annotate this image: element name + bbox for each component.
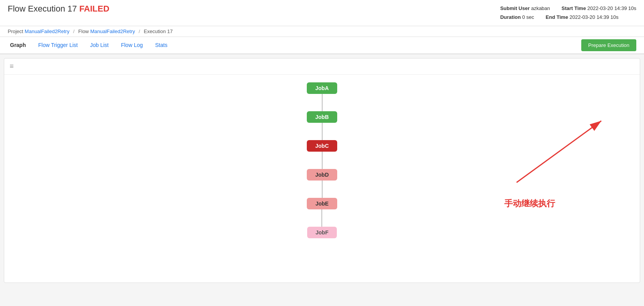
breadcrumb-flow-link[interactable]: ManualFailed2Retry [90,28,135,34]
job-node-jobb[interactable]: JobB [307,111,337,123]
end-time-label: End Time [546,14,568,20]
job-node-container-joba: JobA [307,82,337,111]
header-title-section: Flow Execution 17 FAILED [8,4,109,14]
header-info-row-1: Submit User azkaban Start Time 2022-03-2… [500,4,636,13]
job-node-container-jobf: JobF [307,227,337,238]
graph-toolbar: ≡ [4,59,640,75]
connector-jobd [322,181,323,198]
job-node-jobe[interactable]: JobE [307,198,337,209]
submit-user-info: Submit User azkaban [500,4,550,13]
duration-info: Duration 0 sec [500,13,534,22]
tab-graph[interactable]: Graph [4,37,32,54]
start-time-value: 2022-03-20 14:39 10s [587,5,636,11]
page-title: Flow Execution 17 FAILED [8,4,109,14]
connector-jobe [321,209,322,227]
execution-title: Flow Execution 17 [8,4,77,13]
breadcrumb-execution-label: Execution [144,28,166,34]
job-node-jobc[interactable]: JobC [307,140,337,152]
svg-line-1 [517,121,601,182]
breadcrumb-flow-label: Flow [78,28,89,34]
start-time-label: Start Time [562,5,586,11]
main-content: ≡ JobAJobBJobCJobDJobEJobF 手动继续执行 [4,58,640,283]
breadcrumb-sep-1: / [73,28,75,34]
tabs-left: Graph Flow Trigger List Job List Flow Lo… [4,37,174,53]
job-node-jobd[interactable]: JobD [307,169,337,181]
list-icon[interactable]: ≡ [10,62,14,70]
tab-flow-log[interactable]: Flow Log [115,37,149,54]
job-node-joba[interactable]: JobA [307,82,337,94]
job-node-jobf[interactable]: JobF [307,227,337,238]
submit-user-label: Submit User [500,5,530,11]
end-time-info: End Time 2022-03-20 14:39 10s [546,13,619,22]
breadcrumb-project-link[interactable]: ManualFailed2Retry [25,28,69,34]
breadcrumb-sep-2: / [139,28,140,34]
connector-joba [322,94,323,111]
tab-stats[interactable]: Stats [149,37,174,54]
annotation-text: 手动继续执行 [504,198,555,209]
job-node-container-jobb: JobB [307,111,337,140]
start-time-info: Start Time 2022-03-20 14:39 10s [562,4,636,13]
duration-value: 0 sec [522,14,534,20]
graph-area: JobAJobBJobCJobDJobEJobF 手动继续执行 [4,75,640,283]
connector-jobc [322,152,323,169]
connector-jobb [322,123,323,140]
job-node-container-jobe: JobE [307,198,337,227]
header-meta: Submit User azkaban Start Time 2022-03-2… [500,4,636,22]
arrow-indicator [493,113,617,190]
end-time-value: 2022-03-20 14:39 10s [570,14,619,20]
breadcrumb: Project ManualFailed2Retry / Flow Manual… [0,26,644,37]
header-info-row-2: Duration 0 sec End Time 2022-03-20 14:39… [500,13,636,22]
job-node-container-jobd: JobD [307,169,337,198]
tab-job-list[interactable]: Job List [84,37,115,54]
breadcrumb-execution-id: 17 [167,28,172,34]
duration-label: Duration [500,14,520,20]
submit-user-value: azkaban [531,5,550,11]
flow-graph: JobAJobBJobCJobDJobEJobF [307,82,337,275]
job-node-container-jobc: JobC [307,140,337,169]
tab-flow-trigger-list[interactable]: Flow Trigger List [32,37,84,54]
page-header: Flow Execution 17 FAILED Submit User azk… [0,0,644,26]
status-badge: FAILED [79,4,109,13]
breadcrumb-project-label: Project [8,28,23,34]
tab-bar: Graph Flow Trigger List Job List Flow Lo… [0,37,644,54]
prepare-execution-button[interactable]: Prepare Execution [581,39,636,51]
